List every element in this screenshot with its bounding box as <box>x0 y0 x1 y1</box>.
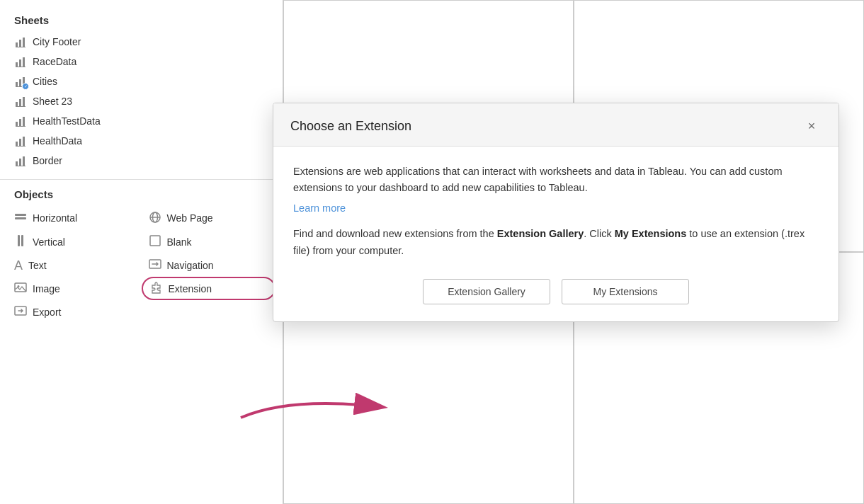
object-blank[interactable]: Blank <box>142 230 276 253</box>
object-image[interactable]: Image <box>7 277 142 300</box>
sidebar-item-border[interactable]: Border <box>0 151 283 171</box>
object-webpage[interactable]: Web Page <box>142 206 276 230</box>
horizontal-icon <box>14 210 27 226</box>
object-label: Web Page <box>167 212 213 224</box>
object-label: Extension <box>169 283 212 294</box>
sheet-name: Border <box>33 155 62 166</box>
sidebar-item-cities[interactable]: Cities <box>0 71 283 91</box>
object-export[interactable]: Export <box>7 300 142 323</box>
object-label: Horizontal <box>33 212 77 224</box>
sheet-name: HealthData <box>33 135 82 147</box>
bar-chart-icon <box>14 154 27 167</box>
extension-gallery-bold: Extension Gallery <box>497 228 584 239</box>
svg-rect-16 <box>16 122 18 126</box>
sheet-name: Cities <box>33 76 57 87</box>
modal-buttons: Extension Gallery My Extensions <box>293 279 819 304</box>
svg-rect-26 <box>23 156 25 166</box>
sidebar: Sheets City Footer RaceData <box>0 0 283 504</box>
svg-rect-33 <box>18 235 20 246</box>
sidebar-item-sheet23[interactable]: Sheet 23 <box>0 91 283 111</box>
svg-rect-25 <box>19 159 21 166</box>
object-text[interactable]: A Text <box>7 253 142 277</box>
bar-chart-icon <box>14 55 27 68</box>
modal-body: Extensions are web applications that can… <box>273 147 839 321</box>
svg-rect-14 <box>23 97 25 106</box>
modal-title: Choose an Extension <box>290 119 411 134</box>
svg-rect-6 <box>23 57 25 67</box>
sheet-name: RaceData <box>33 56 76 67</box>
extension-gallery-button[interactable]: Extension Gallery <box>423 279 550 304</box>
my-extensions-bold: My Extensions <box>615 228 687 239</box>
object-label: Navigation <box>167 260 214 271</box>
bar-chart-icon <box>14 95 27 108</box>
object-label: Export <box>33 307 61 318</box>
svg-rect-34 <box>21 235 23 246</box>
sheet-name: HealthTestData <box>33 115 101 127</box>
svg-rect-20 <box>16 142 18 146</box>
object-vertical[interactable]: Vertical <box>7 230 142 253</box>
svg-rect-18 <box>23 117 25 126</box>
my-extensions-button[interactable]: My Extensions <box>562 279 689 304</box>
objects-grid: Horizontal Web Page Vertical Blank <box>0 206 283 323</box>
bar-chart-icon <box>14 134 27 147</box>
sidebar-item-healthtestdata[interactable]: HealthTestData <box>0 111 283 131</box>
svg-rect-37 <box>15 283 26 292</box>
svg-rect-17 <box>19 119 21 126</box>
active-badge <box>22 83 29 90</box>
svg-rect-24 <box>16 161 18 166</box>
modal-description: Extensions are web applications that can… <box>293 164 819 196</box>
image-icon <box>14 281 27 296</box>
sidebar-item-healthdata[interactable]: HealthData <box>0 131 283 151</box>
bar-chart-icon <box>14 115 27 127</box>
sidebar-divider <box>0 179 283 180</box>
object-label: Text <box>28 260 47 271</box>
object-horizontal[interactable]: Horizontal <box>7 206 142 230</box>
svg-rect-29 <box>15 217 26 219</box>
blank-icon <box>149 234 161 249</box>
close-button[interactable]: × <box>802 116 822 136</box>
svg-rect-1 <box>19 40 21 47</box>
sheet-name: Sheet 23 <box>33 96 72 107</box>
bar-chart-icon <box>14 35 27 48</box>
svg-rect-13 <box>19 99 21 106</box>
svg-rect-12 <box>16 102 18 106</box>
object-extension[interactable]: Extension <box>142 277 276 300</box>
svg-rect-8 <box>16 82 18 86</box>
svg-rect-2 <box>23 38 25 47</box>
sidebar-item-racedata[interactable]: RaceData <box>0 52 283 71</box>
sidebar-item-city-footer[interactable]: City Footer <box>0 32 283 52</box>
modal-instructions: Find and download new extensions from th… <box>293 226 819 258</box>
svg-rect-9 <box>19 79 21 86</box>
svg-rect-4 <box>16 62 18 67</box>
bar-chart-icon <box>14 75 27 88</box>
object-navigation[interactable]: Navigation <box>142 253 276 277</box>
objects-section-label: Objects <box>0 188 283 200</box>
object-label: Image <box>33 283 60 294</box>
modal-header: Choose an Extension × <box>273 103 839 147</box>
svg-rect-28 <box>15 214 26 216</box>
learn-more-link[interactable]: Learn more <box>293 202 346 214</box>
svg-rect-35 <box>150 236 160 246</box>
svg-rect-0 <box>16 42 18 47</box>
vertical-icon <box>14 234 27 249</box>
extension-icon <box>150 281 163 296</box>
svg-rect-22 <box>23 137 25 146</box>
object-label: Blank <box>167 236 192 248</box>
text-icon: A <box>14 259 23 272</box>
sheets-section-label: Sheets <box>0 14 283 26</box>
object-label: Vertical <box>33 236 65 248</box>
navigation-icon <box>149 258 161 273</box>
svg-rect-5 <box>19 59 21 67</box>
svg-rect-21 <box>19 139 21 146</box>
extension-modal: Choose an Extension × Extensions are web… <box>273 103 839 322</box>
globe-icon <box>149 211 161 226</box>
export-icon <box>14 304 27 319</box>
sheet-name: City Footer <box>33 36 81 47</box>
